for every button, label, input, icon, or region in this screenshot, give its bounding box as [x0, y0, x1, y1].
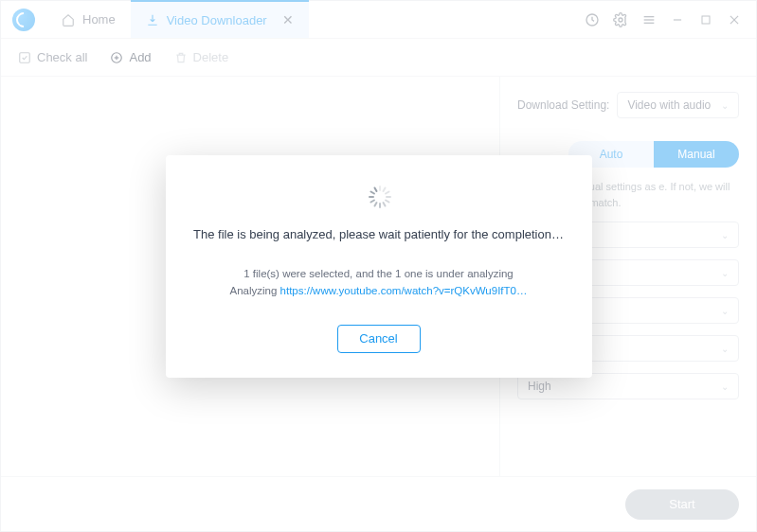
- modal-title: The file is being analyzed, please wait …: [192, 227, 566, 241]
- analyzing-url-link[interactable]: https://www.youtube.com/watch?v=rQKvWu9I…: [280, 285, 528, 296]
- spinner-icon: [368, 186, 390, 208]
- analyzing-modal: The file is being analyzed, please wait …: [166, 155, 592, 378]
- modal-line2-prefix: Analyzing: [230, 285, 280, 296]
- modal-line1: 1 file(s) were selected, and the 1 one i…: [192, 268, 566, 279]
- modal-overlay: The file is being analyzed, please wait …: [0, 0, 757, 532]
- modal-line2: Analyzing https://www.youtube.com/watch?…: [192, 285, 566, 296]
- cancel-button[interactable]: Cancel: [337, 325, 421, 353]
